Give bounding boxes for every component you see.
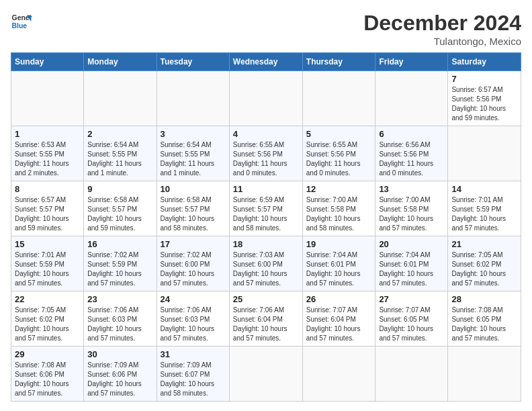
day-info: Sunrise: 7:06 AMSunset: 6:04 PMDaylight:… [233, 306, 299, 343]
calendar-cell: 17Sunrise: 7:02 AMSunset: 6:00 PMDayligh… [157, 236, 229, 291]
calendar-cell [448, 126, 521, 181]
calendar-cell [84, 71, 157, 126]
day-number: 15 [15, 239, 80, 249]
day-number: 18 [233, 239, 299, 249]
calendar-cell: 7Sunrise: 6:57 AMSunset: 5:56 PMDaylight… [448, 71, 521, 126]
calendar-cell [157, 71, 229, 126]
calendar-cell [448, 347, 521, 402]
calendar-cell [302, 71, 375, 126]
day-number: 5 [306, 129, 372, 139]
day-number: 27 [379, 294, 444, 304]
day-info: Sunrise: 7:08 AMSunset: 6:06 PMDaylight:… [15, 361, 80, 398]
day-info: Sunrise: 7:06 AMSunset: 6:03 PMDaylight:… [87, 306, 152, 343]
weekday-header-tuesday: Tuesday [157, 53, 229, 71]
calendar-week-2: 1Sunrise: 6:53 AMSunset: 5:55 PMDaylight… [11, 126, 521, 181]
weekday-header-saturday: Saturday [448, 53, 521, 71]
logo-icon: General Blue [11, 11, 32, 32]
calendar-cell: 20Sunrise: 7:04 AMSunset: 6:01 PMDayligh… [375, 236, 448, 291]
calendar-cell: 3Sunrise: 6:54 AMSunset: 5:55 PMDaylight… [157, 126, 229, 181]
calendar-cell: 31Sunrise: 7:09 AMSunset: 6:07 PMDayligh… [157, 347, 229, 402]
svg-text:Blue: Blue [12, 22, 28, 30]
day-info: Sunrise: 7:09 AMSunset: 6:06 PMDaylight:… [87, 361, 152, 398]
day-number: 28 [451, 294, 517, 304]
calendar-cell: 28Sunrise: 7:08 AMSunset: 6:05 PMDayligh… [448, 291, 521, 347]
calendar-cell: 18Sunrise: 7:03 AMSunset: 6:00 PMDayligh… [229, 236, 302, 291]
day-info: Sunrise: 7:00 AMSunset: 5:58 PMDaylight:… [306, 195, 372, 233]
calendar-cell: 14Sunrise: 7:01 AMSunset: 5:59 PMDayligh… [448, 181, 521, 236]
calendar-week-3: 8Sunrise: 6:57 AMSunset: 5:57 PMDaylight… [11, 181, 521, 236]
calendar-cell: 13Sunrise: 7:00 AMSunset: 5:58 PMDayligh… [375, 181, 448, 236]
day-info: Sunrise: 7:00 AMSunset: 5:58 PMDaylight:… [379, 195, 444, 233]
weekday-header-sunday: Sunday [11, 53, 84, 71]
day-number: 21 [451, 239, 517, 249]
calendar-cell: 15Sunrise: 7:01 AMSunset: 5:59 PMDayligh… [11, 236, 84, 291]
day-number: 17 [161, 239, 226, 249]
calendar-week-4: 15Sunrise: 7:01 AMSunset: 5:59 PMDayligh… [11, 236, 521, 291]
month-title: December 2024 [363, 11, 521, 36]
day-info: Sunrise: 6:58 AMSunset: 5:57 PMDaylight:… [87, 195, 152, 233]
calendar-cell [375, 347, 448, 402]
calendar-cell: 22Sunrise: 7:05 AMSunset: 6:02 PMDayligh… [11, 291, 84, 347]
calendar-cell: 5Sunrise: 6:55 AMSunset: 5:56 PMDaylight… [302, 126, 375, 181]
calendar-cell [11, 71, 84, 126]
calendar-cell: 23Sunrise: 7:06 AMSunset: 6:03 PMDayligh… [84, 291, 157, 347]
day-number: 4 [233, 129, 299, 139]
calendar-cell: 8Sunrise: 6:57 AMSunset: 5:57 PMDaylight… [11, 181, 84, 236]
day-info: Sunrise: 6:55 AMSunset: 5:56 PMDaylight:… [233, 140, 299, 178]
day-number: 19 [306, 239, 372, 249]
calendar-cell [302, 347, 375, 402]
day-info: Sunrise: 7:05 AMSunset: 6:02 PMDaylight:… [451, 250, 517, 288]
day-info: Sunrise: 6:54 AMSunset: 5:55 PMDaylight:… [87, 140, 152, 178]
day-number: 25 [233, 294, 299, 304]
calendar-cell: 29Sunrise: 7:08 AMSunset: 6:06 PMDayligh… [11, 347, 84, 402]
day-info: Sunrise: 7:09 AMSunset: 6:07 PMDaylight:… [161, 361, 226, 398]
location: Tulantongo, Mexico [363, 36, 521, 47]
day-number: 7 [451, 74, 517, 84]
calendar-cell [375, 71, 448, 126]
calendar-cell [229, 347, 302, 402]
calendar-cell: 24Sunrise: 7:06 AMSunset: 6:03 PMDayligh… [157, 291, 229, 347]
day-number: 29 [15, 349, 80, 359]
day-info: Sunrise: 7:02 AMSunset: 5:59 PMDaylight:… [87, 250, 152, 288]
day-number: 12 [306, 184, 372, 194]
day-number: 2 [87, 129, 152, 139]
day-info: Sunrise: 6:53 AMSunset: 5:55 PMDaylight:… [15, 140, 80, 178]
day-number: 1 [15, 129, 80, 139]
day-number: 3 [161, 129, 226, 139]
calendar-cell: 4Sunrise: 6:55 AMSunset: 5:56 PMDaylight… [229, 126, 302, 181]
calendar-cell: 21Sunrise: 7:05 AMSunset: 6:02 PMDayligh… [448, 236, 521, 291]
calendar-cell: 10Sunrise: 6:58 AMSunset: 5:57 PMDayligh… [157, 181, 229, 236]
day-info: Sunrise: 7:07 AMSunset: 6:05 PMDaylight:… [379, 306, 444, 343]
day-info: Sunrise: 7:08 AMSunset: 6:05 PMDaylight:… [451, 306, 517, 343]
day-number: 6 [379, 129, 444, 139]
calendar-cell: 16Sunrise: 7:02 AMSunset: 5:59 PMDayligh… [84, 236, 157, 291]
day-number: 16 [87, 239, 152, 249]
day-number: 10 [161, 184, 226, 194]
title-block: December 2024 Tulantongo, Mexico [363, 11, 521, 47]
calendar-cell: 26Sunrise: 7:07 AMSunset: 6:04 PMDayligh… [302, 291, 375, 347]
day-info: Sunrise: 6:57 AMSunset: 5:57 PMDaylight:… [15, 195, 80, 233]
page-header: General Blue December 2024 Tulantongo, M… [11, 11, 521, 47]
day-number: 22 [15, 294, 80, 304]
day-number: 30 [87, 349, 152, 359]
calendar-cell: 9Sunrise: 6:58 AMSunset: 5:57 PMDaylight… [84, 181, 157, 236]
day-number: 24 [161, 294, 226, 304]
weekday-header-thursday: Thursday [302, 53, 375, 71]
day-info: Sunrise: 6:59 AMSunset: 5:57 PMDaylight:… [233, 195, 299, 233]
day-number: 31 [161, 349, 226, 359]
calendar-table: SundayMondayTuesdayWednesdayThursdayFrid… [11, 52, 521, 402]
day-number: 13 [379, 184, 444, 194]
day-info: Sunrise: 6:56 AMSunset: 5:56 PMDaylight:… [379, 140, 444, 178]
day-info: Sunrise: 6:55 AMSunset: 5:56 PMDaylight:… [306, 140, 372, 178]
weekday-header-row: SundayMondayTuesdayWednesdayThursdayFrid… [11, 53, 521, 71]
weekday-header-wednesday: Wednesday [229, 53, 302, 71]
weekday-header-friday: Friday [375, 53, 448, 71]
calendar-week-1: 7Sunrise: 6:57 AMSunset: 5:56 PMDaylight… [11, 71, 521, 126]
logo: General Blue [11, 11, 32, 32]
calendar-cell: 1Sunrise: 6:53 AMSunset: 5:55 PMDaylight… [11, 126, 84, 181]
day-number: 11 [233, 184, 299, 194]
day-number: 23 [87, 294, 152, 304]
day-number: 26 [306, 294, 372, 304]
calendar-week-5: 22Sunrise: 7:05 AMSunset: 6:02 PMDayligh… [11, 291, 521, 347]
calendar-cell: 11Sunrise: 6:59 AMSunset: 5:57 PMDayligh… [229, 181, 302, 236]
